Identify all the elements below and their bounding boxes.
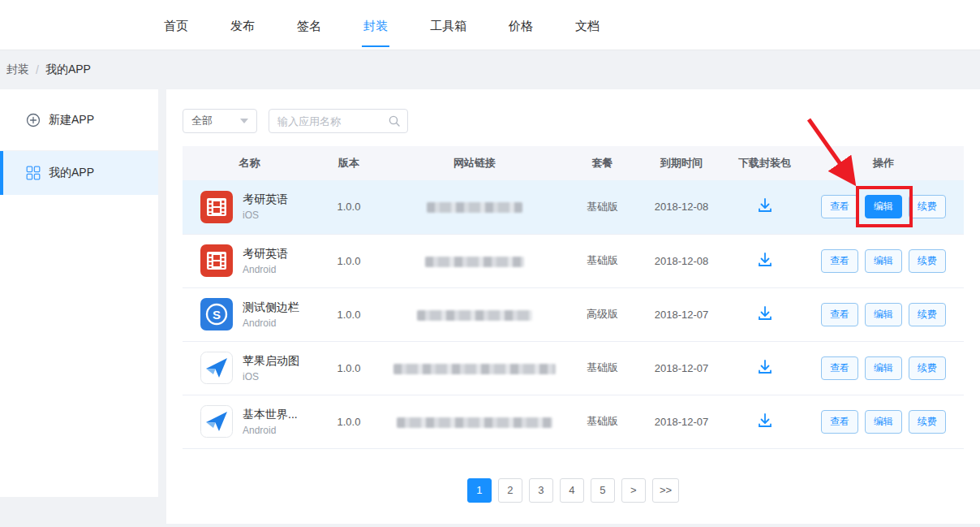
nav-item-price[interactable]: 价格 [507, 2, 535, 47]
s-logo-icon: S [200, 298, 233, 330]
filter-row: 全部 [166, 89, 980, 133]
app-platform: Android [243, 264, 288, 275]
search-input[interactable] [277, 115, 388, 127]
table-row: 考研英语 Android 1.0.0 基础版 2018-12-08 [183, 234, 964, 287]
edit-button[interactable]: 编辑 [865, 356, 902, 380]
app-name: 测试侧边栏 [243, 300, 299, 315]
website-link-redacted [425, 257, 524, 267]
app-version: 1.0.0 [316, 180, 381, 234]
website-link-redacted [397, 417, 552, 428]
download-button[interactable] [756, 412, 774, 430]
app-platform: Android [243, 425, 298, 436]
app-expiry: 2018-12-07 [637, 341, 726, 395]
renew-button[interactable]: 续费 [909, 195, 946, 218]
paper-plane-icon [200, 352, 233, 384]
table-header-row: 名称 版本 网站链接 套餐 到期时间 下载封装包 操作 [183, 146, 964, 180]
app-plan: 高级版 [568, 287, 637, 341]
page-button-4[interactable]: 4 [560, 478, 584, 503]
app-name: 苹果启动图 [243, 354, 299, 369]
col-header-plan: 套餐 [568, 146, 637, 180]
film-icon [200, 244, 233, 277]
col-header-name: 名称 [183, 146, 316, 180]
nav-item-publish[interactable]: 发布 [229, 2, 256, 47]
film-icon [200, 191, 233, 223]
download-button[interactable] [756, 358, 774, 376]
website-link-redacted [427, 202, 522, 213]
breadcrumb-current: 我的APP [45, 63, 91, 77]
nav-item-sign[interactable]: 签名 [295, 2, 323, 47]
sidebar-item-new-app[interactable]: 新建APP [0, 89, 158, 151]
app-version: 1.0.0 [316, 234, 381, 287]
page-button-2[interactable]: 2 [498, 478, 522, 503]
app-platform: Android [243, 317, 299, 329]
view-button[interactable]: 查看 [821, 356, 858, 380]
table-row: 苹果启动图 iOS 1.0.0 基础版 2018-12-07 [183, 341, 964, 395]
edit-button[interactable]: 编辑 [865, 410, 902, 434]
top-nav: 首页 发布 签名 封装 工具箱 价格 文档 [0, 0, 980, 50]
download-icon [756, 305, 774, 322]
download-button[interactable] [756, 251, 774, 269]
sidebar-item-label: 我的APP [49, 166, 94, 180]
table-row: 考研英语 iOS 1.0.0 基础版 2018-12-08 [183, 180, 964, 234]
app-version: 1.0.0 [316, 395, 381, 448]
page-button-5[interactable]: 5 [591, 478, 615, 503]
col-header-actions: 操作 [803, 146, 964, 180]
download-button[interactable] [756, 305, 774, 322]
search-icon[interactable] [388, 114, 401, 127]
nav-item-package[interactable]: 封装 [362, 2, 389, 47]
sidebar-item-label: 新建APP [49, 113, 94, 127]
sidebar: 新建APP 我的APP [0, 89, 158, 497]
breadcrumb: 封装 / 我的APP [0, 50, 91, 89]
website-link-redacted [393, 364, 556, 374]
next-page-button[interactable]: > [621, 478, 646, 503]
table-row: 基本世界... Android 1.0.0 基础版 2018-12-07 [183, 395, 964, 448]
col-header-expiry: 到期时间 [637, 146, 726, 180]
app-name: 基本世界... [243, 408, 298, 422]
view-button[interactable]: 查看 [821, 195, 858, 218]
category-select-value: 全部 [191, 114, 213, 128]
view-button[interactable]: 查看 [821, 303, 858, 326]
app-expiry: 2018-12-08 [637, 180, 726, 234]
page-button-3[interactable]: 3 [529, 478, 553, 503]
app-platform: iOS [243, 371, 299, 382]
download-icon [756, 197, 774, 214]
last-page-button[interactable]: >> [652, 478, 679, 503]
page-button-1[interactable]: 1 [467, 478, 492, 503]
app-table: 名称 版本 网站链接 套餐 到期时间 下载封装包 操作 [183, 146, 964, 449]
app-platform: iOS [243, 210, 288, 221]
grid-icon [26, 166, 41, 180]
app-name: 考研英语 [243, 192, 288, 207]
col-header-version: 版本 [316, 146, 381, 180]
edit-button[interactable]: 编辑 [865, 303, 902, 326]
download-button[interactable] [756, 197, 774, 214]
app-plan: 基础版 [568, 180, 637, 234]
app-plan: 基础版 [568, 341, 637, 395]
nav-item-docs[interactable]: 文档 [574, 2, 601, 47]
app-expiry: 2018-12-07 [637, 395, 726, 448]
renew-button[interactable]: 续费 [909, 249, 946, 273]
edit-button[interactable]: 编辑 [865, 249, 902, 273]
download-icon [756, 412, 774, 430]
nav-item-toolbox[interactable]: 工具箱 [428, 2, 468, 47]
sidebar-item-my-app[interactable]: 我的APP [0, 151, 158, 195]
app-version: 1.0.0 [316, 287, 381, 341]
renew-button[interactable]: 续费 [909, 410, 946, 434]
plus-circle-icon [26, 113, 41, 127]
app-version: 1.0.0 [316, 341, 381, 395]
chevron-down-icon [240, 119, 248, 123]
main-panel: 全部 名称 版本 网站链接 套餐 到期时间 下载封装包 操作 [166, 89, 980, 524]
breadcrumb-separator: / [36, 63, 39, 76]
view-button[interactable]: 查看 [821, 249, 858, 273]
download-icon [756, 358, 774, 376]
search-box [269, 109, 408, 133]
view-button[interactable]: 查看 [821, 410, 858, 434]
download-icon [756, 251, 774, 269]
renew-button[interactable]: 续费 [909, 356, 946, 380]
renew-button[interactable]: 续费 [909, 303, 946, 326]
nav-item-home[interactable]: 首页 [162, 2, 190, 47]
app-plan: 基础版 [568, 395, 637, 448]
category-select[interactable]: 全部 [183, 109, 257, 133]
breadcrumb-section[interactable]: 封装 [6, 63, 29, 77]
edit-button[interactable]: 编辑 [865, 195, 902, 218]
app-expiry: 2018-12-07 [637, 287, 726, 341]
